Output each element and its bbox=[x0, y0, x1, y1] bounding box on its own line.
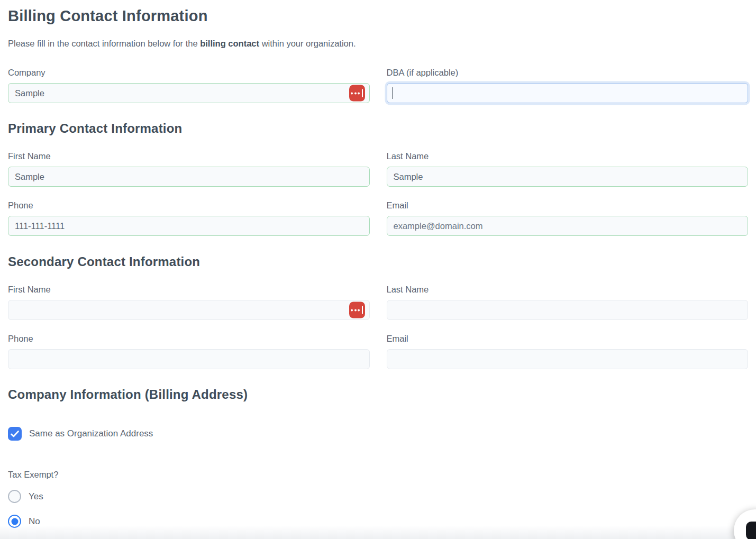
radio-no[interactable] bbox=[8, 515, 21, 528]
secondary-first-name-group: First Name bbox=[8, 285, 370, 320]
autofill-dot bbox=[351, 92, 353, 94]
secondary-last-name-group: Last Name bbox=[387, 285, 749, 320]
primary-phone-input[interactable] bbox=[8, 216, 370, 236]
secondary-phone-email-row: Phone Email bbox=[8, 334, 748, 369]
primary-email-label: Email bbox=[387, 200, 749, 211]
secondary-phone-label: Phone bbox=[8, 334, 370, 344]
primary-phone-label: Phone bbox=[8, 200, 370, 211]
secondary-first-name-label: First Name bbox=[8, 285, 370, 295]
billing-contact-form: Billing Contact Information Please fill … bbox=[0, 0, 756, 539]
secondary-name-row: First Name Last Name bbox=[8, 285, 748, 320]
chat-bubble-icon bbox=[746, 522, 756, 539]
page-title: Billing Contact Information bbox=[8, 7, 748, 25]
company-input-wrap bbox=[8, 83, 370, 103]
autofill-dot bbox=[351, 309, 353, 311]
primary-email-group: Email bbox=[387, 200, 749, 236]
primary-last-name-label: Last Name bbox=[387, 151, 749, 161]
secondary-email-label: Email bbox=[387, 334, 749, 344]
autofill-dot bbox=[358, 92, 360, 94]
radio-yes[interactable] bbox=[8, 490, 21, 503]
secondary-email-group: Email bbox=[387, 334, 749, 369]
autofill-dot bbox=[354, 92, 357, 94]
autofill-bar bbox=[362, 306, 363, 314]
intro-text: Please fill in the contact information b… bbox=[8, 39, 748, 49]
same-as-org-label: Same as Organization Address bbox=[29, 428, 153, 439]
autofill-icon[interactable] bbox=[349, 302, 365, 318]
primary-last-name-input[interactable] bbox=[387, 167, 749, 187]
secondary-phone-group: Phone bbox=[8, 334, 370, 369]
chat-widget-button[interactable] bbox=[734, 509, 756, 539]
dba-label: DBA (if applicable) bbox=[387, 68, 749, 78]
secondary-last-name-label: Last Name bbox=[387, 285, 749, 295]
secondary-phone-input[interactable] bbox=[8, 349, 370, 369]
tax-exempt-label: Tax Exempt? bbox=[8, 470, 748, 480]
primary-phone-email-row: Phone Email bbox=[8, 200, 748, 236]
autofill-dot bbox=[354, 309, 357, 311]
text-cursor bbox=[392, 87, 393, 99]
primary-first-name-label: First Name bbox=[8, 151, 370, 161]
secondary-contact-heading: Secondary Contact Information bbox=[8, 254, 748, 269]
dba-input-wrap bbox=[387, 83, 749, 103]
secondary-email-input[interactable] bbox=[387, 349, 749, 369]
intro-bold: billing contact bbox=[200, 39, 259, 48]
autofill-dot bbox=[358, 309, 360, 311]
tax-exempt-yes-option[interactable]: Yes bbox=[8, 490, 748, 503]
secondary-first-name-wrap bbox=[8, 300, 370, 320]
autofill-bar bbox=[362, 89, 363, 97]
intro-suffix: within your organization. bbox=[259, 39, 356, 48]
primary-first-name-group: First Name bbox=[8, 151, 370, 187]
primary-email-input[interactable] bbox=[387, 216, 749, 236]
company-dba-row: Company DBA (if applicable) bbox=[8, 68, 748, 103]
checkmark-icon bbox=[11, 431, 19, 437]
primary-contact-heading: Primary Contact Information bbox=[8, 121, 748, 136]
tax-exempt-no-option[interactable]: No bbox=[8, 515, 748, 528]
secondary-last-name-input[interactable] bbox=[387, 300, 749, 320]
primary-first-name-input[interactable] bbox=[8, 167, 370, 187]
secondary-first-name-input[interactable] bbox=[8, 300, 370, 320]
primary-phone-group: Phone bbox=[8, 200, 370, 236]
radio-no-label: No bbox=[29, 516, 40, 527]
billing-address-heading: Company Information (Billing Address) bbox=[8, 387, 748, 402]
company-field-group: Company bbox=[8, 68, 370, 103]
autofill-icon[interactable] bbox=[349, 85, 365, 102]
radio-yes-label: Yes bbox=[29, 491, 43, 502]
company-input[interactable] bbox=[8, 83, 370, 103]
company-label: Company bbox=[8, 68, 370, 78]
primary-name-row: First Name Last Name bbox=[8, 151, 748, 187]
primary-last-name-group: Last Name bbox=[387, 151, 749, 187]
intro-prefix: Please fill in the contact information b… bbox=[8, 39, 200, 48]
dba-input[interactable] bbox=[387, 83, 749, 103]
same-as-org-checkbox-row[interactable]: Same as Organization Address bbox=[8, 427, 748, 441]
dba-field-group: DBA (if applicable) bbox=[387, 68, 749, 103]
same-as-org-checkbox[interactable] bbox=[8, 427, 22, 441]
